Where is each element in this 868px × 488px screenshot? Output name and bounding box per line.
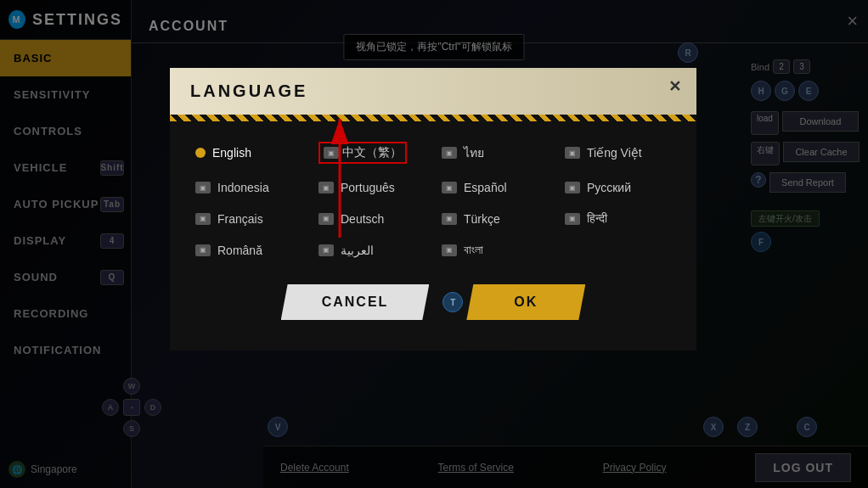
lang-russian[interactable]: ▣ Русский: [560, 177, 676, 198]
lang-turkish[interactable]: ▣ Türkçe: [437, 208, 553, 229]
language-modal: LANGUAGE ✕ English ▣ 中文（繁） ▣ ไ: [170, 68, 696, 351]
lang-indonesia[interactable]: ▣ Indonesia: [190, 177, 307, 198]
modal-header: LANGUAGE ✕: [170, 68, 696, 115]
lang-icon-viet: ▣: [565, 147, 580, 159]
lang-portuguese[interactable]: ▣ Português: [313, 177, 430, 198]
lang-english[interactable]: English: [190, 138, 307, 167]
lang-icon-hindi: ▣: [565, 213, 580, 225]
lang-icon-turkish: ▣: [442, 213, 457, 225]
modal-title: LANGUAGE: [190, 81, 307, 101]
lang-icon-arabic: ▣: [318, 244, 334, 256]
lang-icon-bengali: ▣: [442, 244, 457, 256]
lang-icon-deutsch: ▣: [318, 213, 334, 225]
lang-arabic[interactable]: ▣ العربية: [313, 239, 430, 261]
lang-spanish[interactable]: ▣ Español: [437, 177, 553, 198]
modal-footer: CANCEL T OK: [190, 278, 676, 337]
lang-viet[interactable]: ▣ Tiếng Việt: [560, 138, 676, 167]
t-badge: T: [442, 292, 463, 312]
lang-icon-romanian: ▣: [195, 244, 211, 256]
lang-french[interactable]: ▣ Français: [190, 208, 307, 229]
lang-icon-portuguese: ▣: [318, 182, 334, 194]
modal-body: English ▣ 中文（繁） ▣ ไทย ▣ Tiếng Việt: [170, 121, 696, 351]
modal-container: LANGUAGE ✕ English ▣ 中文（繁） ▣ ไ: [170, 68, 696, 351]
lang-icon-thai: ▣: [442, 147, 457, 159]
lang-highlight-chinese: ▣ 中文（繁）: [318, 142, 407, 164]
lang-romanian[interactable]: ▣ Română: [190, 239, 307, 261]
ok-row: T OK: [442, 284, 585, 320]
lang-selected-dot: [195, 148, 206, 158]
lang-bengali[interactable]: ▣ বাংলা: [437, 239, 553, 261]
language-grid: English ▣ 中文（繁） ▣ ไทย ▣ Tiếng Việt: [190, 138, 676, 261]
lang-hindi[interactable]: ▣ हिन्दी: [560, 208, 676, 229]
modal-close-button[interactable]: ✕: [662, 75, 686, 98]
lang-icon-spanish: ▣: [442, 182, 457, 194]
lang-icon-indonesia: ▣: [195, 182, 211, 194]
lang-icon-chinese: ▣: [324, 147, 339, 159]
lang-chinese-trad[interactable]: ▣ 中文（繁）: [313, 138, 430, 167]
lang-thai[interactable]: ▣ ไทย: [437, 138, 553, 167]
cancel-button[interactable]: CANCEL: [281, 284, 430, 320]
lang-icon-french: ▣: [195, 213, 211, 225]
lang-deutsch[interactable]: ▣ Deutsch: [313, 208, 430, 229]
ok-button[interactable]: OK: [466, 284, 585, 320]
lang-icon-russian: ▣: [565, 182, 580, 194]
modal-stripe: [170, 115, 696, 121]
